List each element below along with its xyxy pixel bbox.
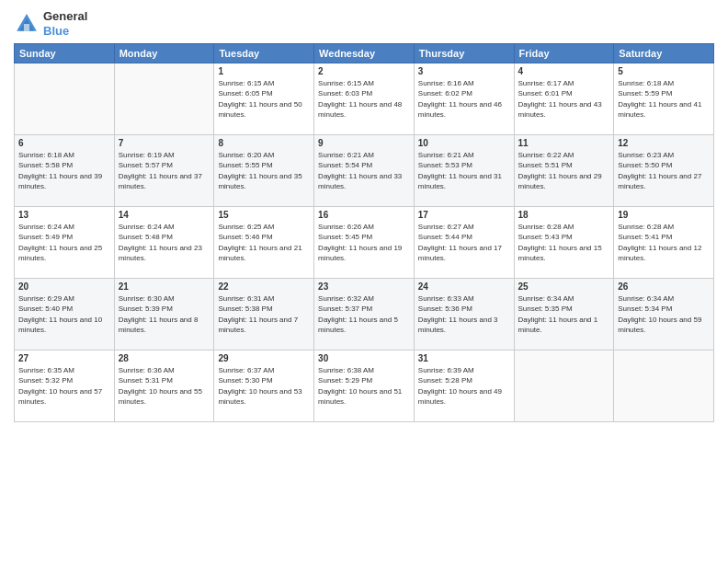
calendar-table: SundayMondayTuesdayWednesdayThursdayFrid…: [14, 43, 714, 422]
calendar-day-cell: 19 Sunrise: 6:28 AM Sunset: 5:41 PM Dayl…: [614, 207, 714, 279]
day-info: Sunrise: 6:24 AM Sunset: 5:48 PM Dayligh…: [119, 222, 210, 263]
calendar-day-cell: 24 Sunrise: 6:33 AM Sunset: 5:36 PM Dayl…: [414, 279, 514, 350]
day-number: 21: [119, 282, 210, 292]
calendar-day-cell: 30 Sunrise: 6:38 AM Sunset: 5:29 PM Dayl…: [314, 350, 415, 422]
day-info: Sunrise: 6:28 AM Sunset: 5:43 PM Dayligh…: [518, 222, 610, 263]
calendar-day-cell: 14 Sunrise: 6:24 AM Sunset: 5:48 PM Dayl…: [114, 207, 214, 279]
day-info: Sunrise: 6:34 AM Sunset: 5:35 PM Dayligh…: [518, 293, 610, 335]
day-info: Sunrise: 6:18 AM Sunset: 5:58 PM Dayligh…: [18, 150, 110, 191]
calendar-week-row: 27 Sunrise: 6:35 AM Sunset: 5:32 PM Dayl…: [15, 350, 714, 422]
svg-rect-2: [24, 24, 29, 31]
day-info: Sunrise: 6:25 AM Sunset: 5:46 PM Dayligh…: [218, 222, 310, 263]
day-number: 14: [119, 210, 210, 220]
day-info: Sunrise: 6:18 AM Sunset: 5:59 PM Dayligh…: [618, 78, 710, 120]
day-info: Sunrise: 6:16 AM Sunset: 6:02 PM Dayligh…: [418, 78, 510, 120]
day-info: Sunrise: 6:36 AM Sunset: 5:31 PM Dayligh…: [119, 365, 210, 407]
calendar-day-cell: 26 Sunrise: 6:34 AM Sunset: 5:34 PM Dayl…: [614, 279, 714, 350]
calendar-day-cell: 20 Sunrise: 6:29 AM Sunset: 5:40 PM Dayl…: [15, 279, 115, 350]
logo-general: General: [43, 9, 87, 23]
calendar-day-cell: 8 Sunrise: 6:20 AM Sunset: 5:55 PM Dayli…: [214, 135, 314, 207]
day-number: 13: [18, 210, 110, 220]
calendar-day-cell: 3 Sunrise: 6:16 AM Sunset: 6:02 PM Dayli…: [414, 63, 514, 135]
day-info: Sunrise: 6:34 AM Sunset: 5:34 PM Dayligh…: [618, 293, 710, 335]
calendar-day-cell: 16 Sunrise: 6:26 AM Sunset: 5:45 PM Dayl…: [314, 207, 415, 279]
day-number: 5: [618, 66, 710, 76]
calendar-day-cell: 6 Sunrise: 6:18 AM Sunset: 5:58 PM Dayli…: [15, 135, 115, 207]
calendar-day-cell: 4 Sunrise: 6:17 AM Sunset: 6:01 PM Dayli…: [514, 63, 614, 135]
day-info: Sunrise: 6:38 AM Sunset: 5:29 PM Dayligh…: [318, 365, 410, 407]
day-number: 6: [18, 138, 110, 148]
day-info: Sunrise: 6:17 AM Sunset: 6:01 PM Dayligh…: [518, 78, 610, 120]
calendar-day-cell: 11 Sunrise: 6:22 AM Sunset: 5:51 PM Dayl…: [514, 135, 614, 207]
day-info: Sunrise: 6:31 AM Sunset: 5:38 PM Dayligh…: [218, 293, 310, 335]
day-info: Sunrise: 6:28 AM Sunset: 5:41 PM Dayligh…: [618, 222, 710, 263]
calendar-day-cell: 23 Sunrise: 6:32 AM Sunset: 5:37 PM Dayl…: [314, 279, 415, 350]
day-number: 29: [218, 353, 310, 363]
logo-icon: [14, 11, 40, 37]
day-number: 23: [318, 282, 410, 292]
calendar-day-cell: 15 Sunrise: 6:25 AM Sunset: 5:46 PM Dayl…: [214, 207, 314, 279]
calendar-day-cell: 5 Sunrise: 6:18 AM Sunset: 5:59 PM Dayli…: [614, 63, 714, 135]
weekday-header-row: SundayMondayTuesdayWednesdayThursdayFrid…: [15, 44, 714, 63]
weekday-header-wednesday: Wednesday: [314, 44, 415, 63]
calendar-day-cell: [514, 350, 614, 422]
day-info: Sunrise: 6:30 AM Sunset: 5:39 PM Dayligh…: [119, 293, 210, 335]
day-info: Sunrise: 6:19 AM Sunset: 5:57 PM Dayligh…: [119, 150, 210, 191]
calendar-day-cell: 18 Sunrise: 6:28 AM Sunset: 5:43 PM Dayl…: [514, 207, 614, 279]
weekday-header-monday: Monday: [114, 44, 214, 63]
day-info: Sunrise: 6:26 AM Sunset: 5:45 PM Dayligh…: [318, 222, 410, 263]
day-info: Sunrise: 6:24 AM Sunset: 5:49 PM Dayligh…: [18, 222, 110, 263]
calendar-day-cell: 28 Sunrise: 6:36 AM Sunset: 5:31 PM Dayl…: [114, 350, 214, 422]
day-info: Sunrise: 6:32 AM Sunset: 5:37 PM Dayligh…: [318, 293, 410, 335]
day-number: 28: [119, 353, 210, 363]
calendar-day-cell: 10 Sunrise: 6:21 AM Sunset: 5:53 PM Dayl…: [414, 135, 514, 207]
weekday-header-saturday: Saturday: [614, 44, 714, 63]
day-number: 11: [518, 138, 610, 148]
calendar-week-row: 13 Sunrise: 6:24 AM Sunset: 5:49 PM Dayl…: [15, 207, 714, 279]
day-number: 12: [618, 138, 710, 148]
day-number: 31: [418, 353, 510, 363]
calendar-day-cell: [614, 350, 714, 422]
logo-text: General Blue: [43, 9, 87, 38]
page: General Blue SundayMondayTuesdayWednesda…: [0, 0, 728, 563]
calendar-day-cell: 17 Sunrise: 6:27 AM Sunset: 5:44 PM Dayl…: [414, 207, 514, 279]
day-info: Sunrise: 6:22 AM Sunset: 5:51 PM Dayligh…: [518, 150, 610, 191]
day-info: Sunrise: 6:35 AM Sunset: 5:32 PM Dayligh…: [18, 365, 110, 407]
calendar-week-row: 6 Sunrise: 6:18 AM Sunset: 5:58 PM Dayli…: [15, 135, 714, 207]
day-info: Sunrise: 6:23 AM Sunset: 5:50 PM Dayligh…: [618, 150, 710, 191]
calendar-day-cell: 12 Sunrise: 6:23 AM Sunset: 5:50 PM Dayl…: [614, 135, 714, 207]
day-info: Sunrise: 6:15 AM Sunset: 6:03 PM Dayligh…: [318, 78, 410, 120]
calendar-day-cell: 29 Sunrise: 6:37 AM Sunset: 5:30 PM Dayl…: [214, 350, 314, 422]
day-number: 18: [518, 210, 610, 220]
calendar-day-cell: 21 Sunrise: 6:30 AM Sunset: 5:39 PM Dayl…: [114, 279, 214, 350]
day-number: 8: [218, 138, 310, 148]
day-number: 16: [318, 210, 410, 220]
calendar-week-row: 1 Sunrise: 6:15 AM Sunset: 6:05 PM Dayli…: [15, 63, 714, 135]
day-info: Sunrise: 6:15 AM Sunset: 6:05 PM Dayligh…: [218, 78, 310, 120]
day-info: Sunrise: 6:37 AM Sunset: 5:30 PM Dayligh…: [218, 365, 310, 407]
day-number: 22: [218, 282, 310, 292]
day-number: 26: [618, 282, 710, 292]
day-number: 17: [418, 210, 510, 220]
calendar-day-cell: 27 Sunrise: 6:35 AM Sunset: 5:32 PM Dayl…: [15, 350, 115, 422]
calendar-day-cell: [15, 63, 115, 135]
calendar-day-cell: 25 Sunrise: 6:34 AM Sunset: 5:35 PM Dayl…: [514, 279, 614, 350]
day-number: 15: [218, 210, 310, 220]
day-number: 4: [518, 66, 610, 76]
day-number: 19: [618, 210, 710, 220]
day-number: 27: [18, 353, 110, 363]
day-info: Sunrise: 6:29 AM Sunset: 5:40 PM Dayligh…: [18, 293, 110, 335]
day-number: 7: [119, 138, 210, 148]
day-info: Sunrise: 6:20 AM Sunset: 5:55 PM Dayligh…: [218, 150, 310, 191]
calendar-day-cell: 22 Sunrise: 6:31 AM Sunset: 5:38 PM Dayl…: [214, 279, 314, 350]
day-info: Sunrise: 6:33 AM Sunset: 5:36 PM Dayligh…: [418, 293, 510, 335]
day-number: 3: [418, 66, 510, 76]
header: General Blue: [14, 9, 714, 38]
day-info: Sunrise: 6:21 AM Sunset: 5:54 PM Dayligh…: [318, 150, 410, 191]
day-number: 30: [318, 353, 410, 363]
calendar-day-cell: 2 Sunrise: 6:15 AM Sunset: 6:03 PM Dayli…: [314, 63, 415, 135]
weekday-header-thursday: Thursday: [414, 44, 514, 63]
day-info: Sunrise: 6:39 AM Sunset: 5:28 PM Dayligh…: [418, 365, 510, 407]
day-number: 1: [218, 66, 310, 76]
day-number: 9: [318, 138, 410, 148]
